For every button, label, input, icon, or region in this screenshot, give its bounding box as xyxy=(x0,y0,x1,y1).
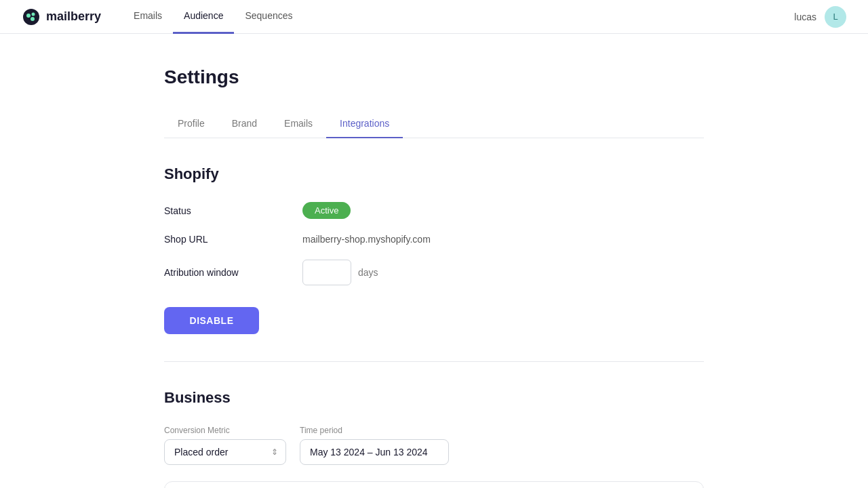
tab-brand[interactable]: Brand xyxy=(218,110,271,138)
business-title: Business xyxy=(164,389,704,407)
date-range-input[interactable] xyxy=(300,439,449,465)
settings-tabs: Profile Brand Emails Integrations xyxy=(164,110,704,138)
stats-card: $19195.45 Total revenue $3048.96 Attribu… xyxy=(164,481,704,488)
shopify-title: Shopify xyxy=(164,165,704,183)
status-badge: Active xyxy=(302,202,351,219)
main-content: Settings Profile Brand Emails Integratio… xyxy=(142,34,726,488)
nav-link-sequences[interactable]: Sequences xyxy=(234,0,303,34)
conversion-metric-label: Conversion Metric xyxy=(164,426,286,435)
svg-point-0 xyxy=(23,9,39,25)
shopify-section: Shopify Status Active Shop URL mailberry… xyxy=(164,165,704,334)
nav-right: lucas L xyxy=(794,6,846,28)
svg-point-1 xyxy=(26,14,31,18)
time-period-group: Time period xyxy=(300,426,449,465)
business-controls: Conversion Metric Placed order Subscript… xyxy=(164,426,704,465)
attribution-window-unit: days xyxy=(358,267,378,278)
disable-button[interactable]: DISABLE xyxy=(164,307,259,334)
tab-emails[interactable]: Emails xyxy=(271,110,326,138)
logo: mailberry xyxy=(22,7,101,26)
status-row: Status Active xyxy=(164,202,704,219)
logo-icon xyxy=(22,7,41,26)
tab-integrations[interactable]: Integrations xyxy=(326,110,403,138)
nav-left: mailberry Emails Audience Sequences xyxy=(22,0,304,34)
shopify-form: Status Active Shop URL mailberry-shop.my… xyxy=(164,202,704,285)
attribution-window-row: Atribution window ▲ ▼ days xyxy=(164,260,704,285)
attribution-window-value[interactable] xyxy=(303,267,351,278)
conversion-metric-select[interactable]: Placed order Subscription Page view xyxy=(164,439,286,465)
top-nav: mailberry Emails Audience Sequences luca… xyxy=(0,0,868,34)
status-label: Status xyxy=(164,205,286,216)
attribution-window-input-container: ▲ ▼ xyxy=(302,260,351,285)
svg-point-3 xyxy=(31,17,35,21)
shop-url-label: Shop URL xyxy=(164,234,286,245)
attribution-window-input-wrap: ▲ ▼ days xyxy=(302,260,378,285)
nav-link-emails[interactable]: Emails xyxy=(123,0,173,34)
nav-links: Emails Audience Sequences xyxy=(123,0,303,34)
nav-link-audience[interactable]: Audience xyxy=(173,0,234,34)
user-name: lucas xyxy=(794,12,816,22)
attribution-window-label: Atribution window xyxy=(164,267,286,278)
tab-profile[interactable]: Profile xyxy=(164,110,218,138)
logo-text: mailberry xyxy=(46,9,101,24)
business-section: Business Conversion Metric Placed order … xyxy=(164,389,704,488)
page-title: Settings xyxy=(164,66,704,88)
svg-point-2 xyxy=(32,12,35,16)
section-divider xyxy=(164,361,704,362)
shop-url-value: mailberry-shop.myshopify.com xyxy=(302,234,431,245)
conversion-metric-select-wrapper: Placed order Subscription Page view ⇕ xyxy=(164,439,286,465)
user-avatar[interactable]: L xyxy=(825,6,846,28)
time-period-label: Time period xyxy=(300,426,449,435)
conversion-metric-group: Conversion Metric Placed order Subscript… xyxy=(164,426,286,465)
shop-url-row: Shop URL mailberry-shop.myshopify.com xyxy=(164,234,704,245)
